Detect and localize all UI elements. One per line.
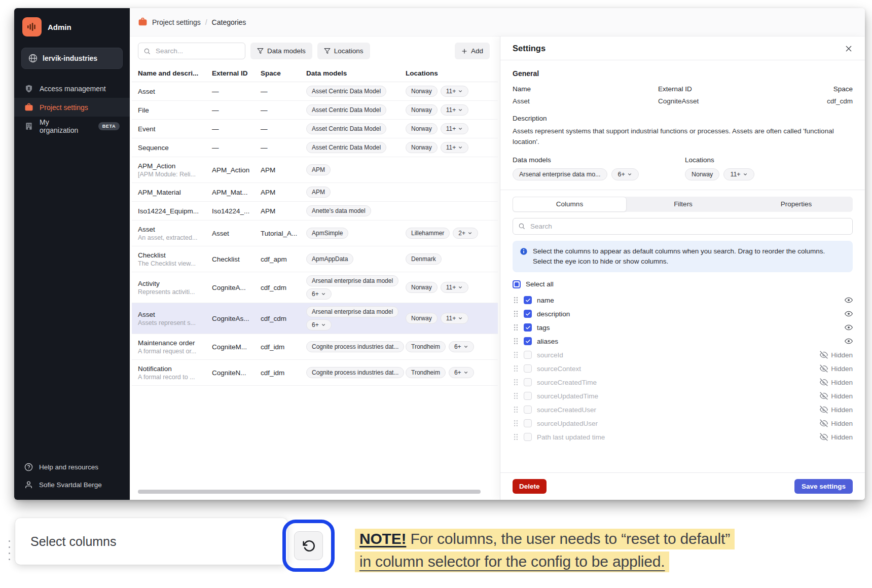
drag-handle-icon[interactable] — [513, 351, 519, 359]
column-checkbox[interactable] — [524, 433, 532, 441]
column-checkbox[interactable] — [524, 392, 532, 400]
drag-handle-icon[interactable] — [513, 323, 519, 332]
drag-handle-icon[interactable] — [513, 419, 519, 427]
table-row[interactable]: Sequence — — Asset Centric Data Model No… — [132, 138, 498, 157]
data-model-chip[interactable]: Asset Centric Data Model — [306, 104, 386, 116]
locations-more-chip[interactable]: 11+ — [441, 123, 468, 134]
location-chip[interactable]: Norway — [406, 86, 438, 97]
locations-more-chip[interactable]: 11+ — [441, 282, 468, 293]
horizontal-scrollbar[interactable] — [138, 490, 481, 494]
data-models-more-chip[interactable]: 6+ — [306, 288, 332, 300]
reset-to-default-button[interactable] — [294, 531, 323, 560]
visibility-toggle[interactable]: Hidden — [820, 406, 853, 414]
table-row[interactable]: File — — Asset Centric Data Model Norway… — [132, 101, 498, 120]
visibility-toggle[interactable]: Hidden — [820, 378, 853, 386]
columns-search-input[interactable] — [513, 218, 853, 235]
drag-handle-icon[interactable] — [513, 392, 519, 400]
org-selector[interactable]: lervik-industries — [21, 48, 123, 69]
breadcrumb-parent[interactable]: Project settings — [152, 18, 201, 26]
drag-handle-icon[interactable] — [513, 406, 519, 414]
column-checkbox[interactable] — [524, 296, 532, 304]
data-model-chip[interactable]: Cognite process industries dat... — [306, 341, 404, 352]
data-model-chip[interactable]: ApmAppData — [306, 253, 353, 265]
data-model-chip[interactable]: Asset Centric Data Model — [306, 123, 386, 134]
data-models-filter-button[interactable]: Data models — [250, 43, 312, 59]
drag-handle-icon[interactable] — [513, 433, 519, 441]
locations-more-chip[interactable]: 11+ — [723, 168, 754, 180]
locations-filter-button[interactable]: Locations — [317, 43, 370, 59]
data-model-chip[interactable]: Anette's data model — [306, 205, 371, 216]
data-model-chip[interactable]: Asset Centric Data Model — [306, 86, 386, 97]
locations-more-chip[interactable]: 6+ — [449, 367, 474, 378]
column-checkbox[interactable] — [524, 419, 532, 427]
table-row[interactable]: APM_Material APM_Mat... APM APM — [132, 183, 498, 202]
locations-more-chip[interactable]: 11+ — [441, 142, 468, 153]
location-chip[interactable]: Trondheim — [406, 367, 446, 378]
close-icon[interactable] — [845, 45, 853, 53]
column-checkbox[interactable] — [524, 323, 532, 332]
locations-more-chip[interactable]: 11+ — [441, 104, 468, 116]
drag-handle-icon[interactable] — [513, 310, 519, 318]
column-header[interactable]: External ID — [212, 69, 261, 77]
table-row[interactable]: Event — — Asset Centric Data Model Norwa… — [132, 120, 498, 138]
data-models-more-chip[interactable]: 6+ — [306, 319, 332, 330]
location-chip[interactable]: Lillehammer — [406, 228, 450, 239]
location-chip[interactable]: Trondheim — [406, 341, 446, 352]
visibility-toggle[interactable] — [845, 337, 853, 345]
column-checkbox[interactable] — [524, 406, 532, 414]
locations-more-chip[interactable]: 6+ — [449, 341, 474, 352]
visibility-toggle[interactable] — [845, 296, 853, 304]
select-columns-box[interactable]: Select columns — [15, 518, 287, 565]
select-all-checkbox[interactable] — [513, 280, 521, 288]
data-model-chip[interactable]: APM — [306, 187, 331, 198]
search-input[interactable] — [138, 43, 245, 59]
search-field[interactable] — [155, 47, 240, 55]
sidebar-item-user[interactable]: Sofie Svartdal Berge — [14, 476, 130, 494]
visibility-toggle[interactable]: Hidden — [820, 419, 853, 427]
table-row-selected[interactable]: AssetAssets represent s... CogniteAs... … — [132, 303, 498, 334]
column-header[interactable]: Name and descri... — [138, 69, 212, 77]
tab-columns[interactable]: Columns — [513, 197, 627, 212]
data-model-chip[interactable]: Arsenal enterprise data mo... — [513, 168, 607, 180]
data-model-chip[interactable]: Arsenal enterprise data model — [306, 306, 398, 317]
sidebar-item-access-management[interactable]: Access management — [14, 79, 130, 98]
locations-more-chip[interactable]: 11+ — [441, 313, 468, 324]
data-model-chip[interactable]: Arsenal enterprise data model — [306, 275, 398, 286]
visibility-toggle[interactable]: Hidden — [820, 433, 853, 441]
table-row[interactable]: AssetAn asset, extracted... Asset Tutori… — [132, 220, 498, 246]
save-settings-button[interactable]: Save settings — [794, 479, 853, 494]
add-button[interactable]: Add — [455, 43, 490, 59]
visibility-toggle[interactable]: Hidden — [820, 351, 853, 359]
location-chip[interactable]: Norway — [406, 104, 438, 116]
visibility-toggle[interactable] — [845, 310, 853, 318]
table-row[interactable]: Iso14224_Equipm... Iso14224_... APM Anet… — [132, 202, 498, 220]
sidebar-item-project-settings[interactable]: Project settings — [14, 98, 130, 117]
column-checkbox[interactable] — [524, 310, 532, 318]
drag-handle-icon[interactable] — [513, 364, 519, 373]
table-row[interactable]: APM_Action[APM Module: Reli... APM_Actio… — [132, 157, 498, 183]
tab-filters[interactable]: Filters — [627, 197, 740, 212]
drag-handle-icon[interactable] — [513, 337, 519, 345]
location-chip[interactable]: Norway — [406, 123, 438, 134]
locations-more-chip[interactable]: 11+ — [441, 86, 468, 97]
table-row[interactable]: NotificationA formal record to ... Cogni… — [132, 360, 498, 386]
locations-more-chip[interactable]: 2+ — [453, 228, 478, 239]
visibility-toggle[interactable]: Hidden — [820, 364, 853, 373]
column-header[interactable]: Locations — [406, 69, 492, 77]
drag-handle-icon[interactable] — [513, 378, 519, 386]
data-model-chip[interactable]: Asset Centric Data Model — [306, 142, 386, 153]
sidebar-item-help[interactable]: Help and resources — [14, 458, 130, 476]
column-checkbox[interactable] — [524, 364, 532, 373]
delete-button[interactable]: Delete — [513, 479, 547, 494]
data-model-chip[interactable]: Cognite process industries dat... — [306, 367, 404, 378]
tab-properties[interactable]: Properties — [740, 197, 853, 212]
drag-handle-icon[interactable] — [513, 296, 519, 304]
columns-search-field[interactable] — [529, 222, 847, 231]
column-checkbox[interactable] — [524, 378, 532, 386]
location-chip[interactable]: Denmark — [406, 253, 442, 265]
table-row[interactable]: ChecklistThe Checklist view... Checklist… — [132, 246, 498, 272]
visibility-toggle[interactable] — [845, 323, 853, 332]
location-chip[interactable]: Norway — [685, 168, 719, 180]
select-all-row[interactable]: Select all — [513, 280, 853, 288]
column-header[interactable]: Space — [261, 69, 306, 77]
